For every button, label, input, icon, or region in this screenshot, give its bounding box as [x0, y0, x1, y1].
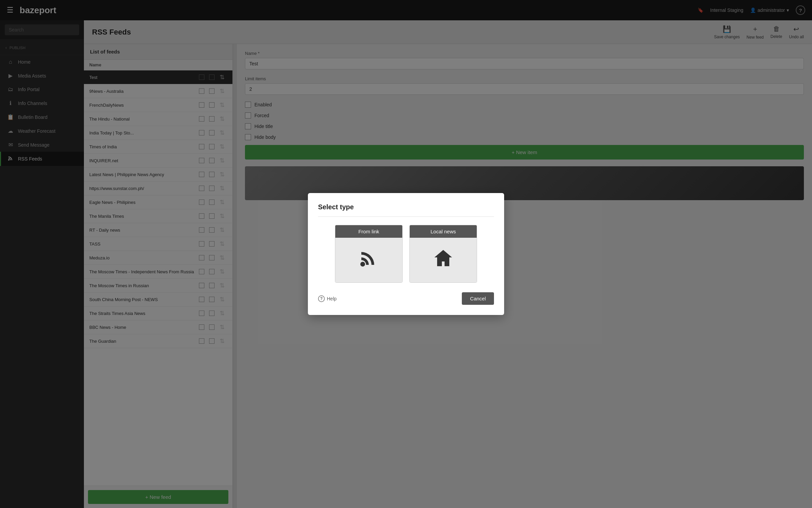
- from-link-body: [335, 238, 402, 282]
- rss-icon: [359, 248, 379, 272]
- modal-options: From link Local news: [318, 225, 494, 283]
- modal-title: Select type: [318, 203, 494, 217]
- house-icon: [433, 248, 453, 272]
- from-link-option[interactable]: From link: [335, 225, 403, 283]
- help-circle-icon: ?: [318, 295, 325, 302]
- help-link[interactable]: ? Help: [318, 295, 337, 302]
- modal-footer: ? Help Cancel: [318, 292, 494, 305]
- svg-point-1: [360, 262, 365, 267]
- cancel-button[interactable]: Cancel: [462, 292, 494, 305]
- svg-marker-2: [434, 250, 452, 266]
- local-news-header: Local news: [410, 225, 477, 238]
- select-type-modal: Select type From link Local news: [308, 193, 504, 315]
- local-news-body: [410, 238, 477, 282]
- from-link-header: From link: [335, 225, 402, 238]
- local-news-option[interactable]: Local news: [409, 225, 477, 283]
- help-text: Help: [327, 296, 337, 301]
- modal-overlay: Select type From link Local news: [0, 0, 812, 508]
